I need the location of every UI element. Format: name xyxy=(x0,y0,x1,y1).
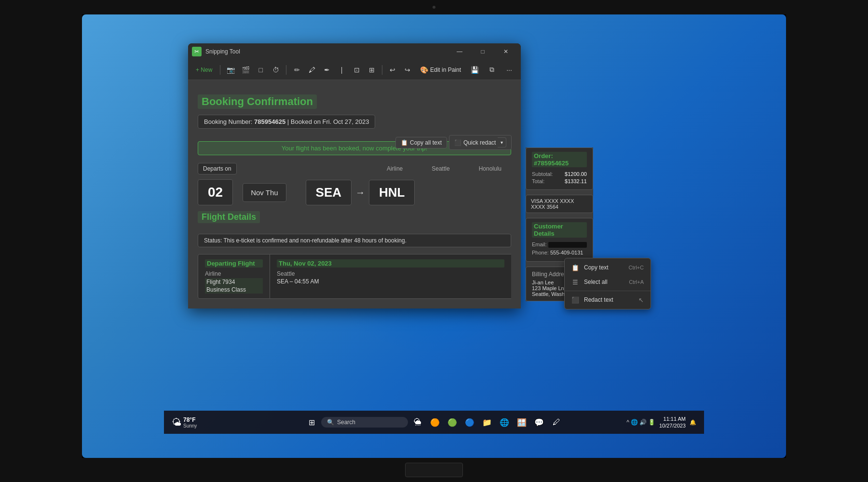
new-button[interactable]: + New xyxy=(192,65,216,75)
taskbar: 🌤 78°F Sunny ⊞ 🔍 Search 🌦 🟠 🟢 🔵 📁 🌐 🪟 💬 … xyxy=(164,411,704,434)
toolbar-separator-2 xyxy=(286,65,286,75)
flight-info-row: 02 Nov Thu SEA → HNL xyxy=(198,179,511,205)
search-icon: 🔍 xyxy=(327,419,334,426)
screenshot-icon[interactable]: 📷 xyxy=(224,62,237,78)
customer-box: Customer Details Email: Phone: 555-409-0… xyxy=(526,218,593,262)
taskbar-app-2[interactable]: 🟢 xyxy=(445,415,460,430)
system-clock[interactable]: 11:11 AM 10/27/2023 xyxy=(659,415,686,429)
laptop-bezel-right xyxy=(786,0,868,482)
taskbar-app-7[interactable]: 💬 xyxy=(531,415,547,430)
window-controls: — □ ✕ xyxy=(448,43,517,60)
context-redact-text[interactable]: ⬛ Redact text ↖ xyxy=(565,293,651,307)
pixelate-icon[interactable]: ⊞ xyxy=(365,62,378,78)
video-icon[interactable]: 🎬 xyxy=(239,62,252,78)
context-select-all[interactable]: ☰ Select all Ctrl+A xyxy=(565,275,651,289)
order-title: Order: #785954625 xyxy=(532,152,587,167)
departing-airline-label: Airline xyxy=(205,270,263,277)
maximize-button[interactable]: □ xyxy=(472,43,494,60)
weather-temp: 78°F xyxy=(183,416,197,423)
route-header-seattle: Seattle xyxy=(432,165,449,172)
taskbar-app-5[interactable]: 🌐 xyxy=(497,415,512,430)
timer-icon[interactable]: ⏱ xyxy=(269,62,282,78)
highlight-icon[interactable]: 🖍 xyxy=(305,62,318,78)
app-icon: ✂ xyxy=(192,47,202,56)
tray-battery-icon[interactable]: 🔋 xyxy=(648,419,655,426)
edit-in-paint-button[interactable]: 🎨 Edit in Paint xyxy=(416,64,465,76)
departing-route-time: SEA – 04:55 AM xyxy=(277,278,504,285)
departing-flight: Flight 7934 xyxy=(205,278,263,286)
clock-date: 10/27/2023 xyxy=(659,422,686,429)
route-boxes: SEA → HNL xyxy=(306,180,415,205)
system-tray-icons: ^ 🌐 🔊 🔋 xyxy=(626,419,655,426)
ruler-icon[interactable]: | xyxy=(335,62,348,78)
copy-icon[interactable]: ⧉ xyxy=(484,62,500,78)
taskbar-app-1[interactable]: 🟠 xyxy=(427,415,443,430)
total-row: Total: $1332.11 xyxy=(532,178,587,184)
context-divider xyxy=(565,291,651,291)
departing-section: Departing Flight Airline Flight 7934 Bus… xyxy=(198,254,511,299)
minimize-button[interactable]: — xyxy=(448,43,471,60)
undo-icon[interactable]: ↩ xyxy=(386,62,399,78)
route-arrow: → xyxy=(355,187,365,198)
taskbar-app-snip[interactable]: 🖊 xyxy=(549,415,564,430)
redo-icon[interactable]: ↪ xyxy=(401,62,414,78)
text-action-bar: 📋 Copy all text ⬛ Quick redact ▾ xyxy=(395,135,512,150)
copy-text-icon: 📋 xyxy=(571,264,579,271)
order-box: Order: #785954625 Subtotal: $1200.00 Tot… xyxy=(526,147,593,190)
departing-label: Departing Flight xyxy=(205,259,263,268)
toolbar-separator-1 xyxy=(220,65,220,75)
taskbar-app-3[interactable]: 🔵 xyxy=(462,415,477,430)
copy-icon-small: 📋 xyxy=(401,139,408,146)
redact-text-icon: ⬛ xyxy=(571,296,579,304)
tray-arrow-icon[interactable]: ^ xyxy=(626,419,629,426)
route-header: Airline Seattle Honolulu xyxy=(387,165,511,172)
snipping-tool-window: ✂ Snipping Tool — □ ✕ + New 📷 🎬 □ ⏱ ✏ 🖍 … xyxy=(188,43,521,308)
redact-icon: ⬛ xyxy=(454,139,461,146)
taskbar-app-4[interactable]: 📁 xyxy=(479,415,495,430)
dest-airport: HNL xyxy=(369,180,415,205)
route-header-honolulu: Honolulu xyxy=(479,165,502,172)
taskview-icon[interactable]: 🌦 xyxy=(410,415,425,430)
more-options-icon[interactable]: ··· xyxy=(502,62,517,78)
taskbar-right: ^ 🌐 🔊 🔋 11:11 AM 10/27/2023 🔔 xyxy=(626,415,696,429)
weather-condition: Sunny xyxy=(183,423,197,428)
context-copy-text[interactable]: 📋 Copy text Ctrl+C xyxy=(565,260,651,275)
notification-icon[interactable]: 🔔 xyxy=(690,419,696,426)
weather-icon: 🌤 xyxy=(172,417,181,428)
tray-network-icon[interactable]: 🌐 xyxy=(631,419,638,426)
taskbar-left: 🌤 78°F Sunny xyxy=(172,416,197,428)
tray-volume-icon[interactable]: 🔊 xyxy=(639,419,647,426)
shape-icon[interactable]: □ xyxy=(254,62,267,78)
booking-number-label: Booking Number: xyxy=(204,118,252,125)
save-icon[interactable]: 💾 xyxy=(467,62,482,78)
toolbar-separator-3 xyxy=(382,65,382,75)
copy-all-text-button[interactable]: 📋 Copy all text xyxy=(395,137,447,148)
month-box: Nov Thu xyxy=(243,183,286,202)
laptop-bezel-top xyxy=(0,0,868,14)
search-placeholder: Search xyxy=(337,419,355,426)
flight-details-title: Flight Details xyxy=(198,211,260,223)
search-bar[interactable]: 🔍 Search xyxy=(321,417,408,428)
cursor-indicator: ↖ xyxy=(638,296,644,304)
booking-number: 785954625 xyxy=(254,118,285,125)
crop-icon[interactable]: ⊡ xyxy=(350,62,363,78)
departs-label: Departs on xyxy=(198,163,237,174)
email-label: Email: xyxy=(532,241,547,247)
copy-text-shortcut: Ctrl+C xyxy=(629,265,644,270)
redact-text-label: Redact text xyxy=(584,296,613,303)
quick-redact-button[interactable]: ⬛ Quick redact ▾ xyxy=(449,135,512,150)
dropdown-arrow[interactable]: ▾ xyxy=(498,137,506,147)
pen-icon[interactable]: ✏ xyxy=(290,62,303,78)
start-button[interactable]: ⊞ xyxy=(304,415,319,430)
phone-value: 555-409-0131 xyxy=(550,250,583,255)
close-button[interactable]: ✕ xyxy=(495,43,517,60)
departing-date: Thu, Nov 02, 2023 xyxy=(277,259,504,268)
clock-time: 11:11 AM xyxy=(659,415,686,422)
draw-icon[interactable]: ✒ xyxy=(320,62,333,78)
content-area: 📋 Copy all text ⬛ Quick redact ▾ Booking… xyxy=(188,80,521,308)
toolbar-right: 🎨 Edit in Paint 💾 ⧉ ··· xyxy=(416,62,517,78)
select-all-shortcut: Ctrl+A xyxy=(629,279,644,285)
phone-label: Phone: xyxy=(532,250,549,255)
departing-middle: Thu, Nov 02, 2023 Seattle SEA – 04:55 AM xyxy=(270,254,511,299)
taskbar-app-6[interactable]: 🪟 xyxy=(514,415,529,430)
